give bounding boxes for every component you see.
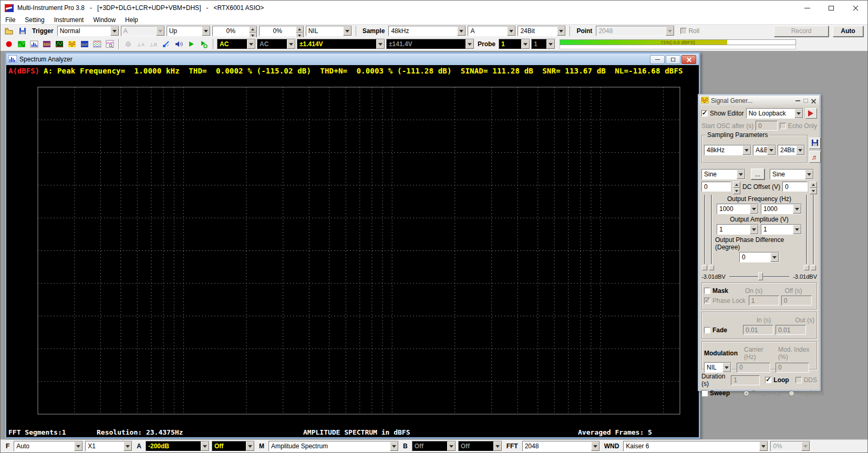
modulation-type-combo[interactable]: NIL xyxy=(704,362,731,373)
trigger-mode-combo[interactable]: Normal xyxy=(57,26,119,36)
view-mode-combo[interactable]: Amplitude Spectrum xyxy=(268,441,399,451)
probe-a-combo[interactable]: 1 xyxy=(499,39,530,49)
dropdown-arrow-icon[interactable] xyxy=(770,252,779,262)
dropdown-arrow-icon[interactable] xyxy=(737,170,745,179)
amplitude-a-combo[interactable]: 1 xyxy=(717,224,759,235)
child-restore-button[interactable] xyxy=(666,55,680,64)
spectrum-analyzer-button[interactable] xyxy=(28,38,40,50)
a-mode-combo[interactable]: Off xyxy=(212,441,255,451)
generator-run-button[interactable] xyxy=(805,108,817,119)
dropdown-arrow-icon[interactable] xyxy=(796,145,804,155)
dropdown-arrow-icon[interactable] xyxy=(742,145,751,155)
output-a-fine-slider[interactable] xyxy=(709,194,715,270)
record-button[interactable] xyxy=(3,38,15,50)
dropdown-arrow-icon[interactable] xyxy=(201,441,209,451)
dropdown-arrow-icon[interactable] xyxy=(759,441,768,451)
menu-item-help[interactable]: Help xyxy=(120,15,143,24)
spin-up-icon[interactable] xyxy=(733,182,740,188)
multimeter-button[interactable]: 888 xyxy=(40,38,53,50)
dropdown-arrow-icon[interactable] xyxy=(246,441,254,451)
trigger-edge-combo[interactable]: Up xyxy=(167,26,211,36)
dropdown-arrow-icon[interactable] xyxy=(376,39,385,49)
child-close-button[interactable] xyxy=(681,55,696,64)
oscilloscope-button[interactable] xyxy=(15,38,27,50)
dropdown-arrow-icon[interactable] xyxy=(247,39,255,49)
spectrum-window-titlebar[interactable]: Spectrum Analyzer xyxy=(6,54,699,65)
sample-rate-combo[interactable]: 48kHz xyxy=(388,26,466,36)
signal-generator-button[interactable] xyxy=(66,38,78,50)
window-function-combo[interactable]: Kaiser 6 xyxy=(623,441,768,451)
close-button[interactable] xyxy=(843,1,867,15)
wave-b-combo[interactable]: Sine xyxy=(770,169,814,180)
menu-item-file[interactable]: File xyxy=(1,15,20,24)
dc-offset-a-input[interactable]: 0 xyxy=(701,182,731,192)
phase-difference-combo[interactable]: 0 xyxy=(739,252,779,262)
sweep-checkbox[interactable] xyxy=(701,390,708,396)
dropdown-arrow-icon[interactable] xyxy=(591,441,600,451)
run-button[interactable] xyxy=(185,38,197,50)
sample-bits-combo[interactable]: 24Bit xyxy=(518,26,566,36)
dropdown-arrow-icon[interactable] xyxy=(110,26,119,36)
dropdown-arrow-icon[interactable] xyxy=(521,39,530,49)
dropdown-arrow-icon[interactable] xyxy=(557,26,565,36)
device-test-plan-button[interactable]: DUT xyxy=(78,38,90,50)
fade-checkbox[interactable] xyxy=(704,327,710,333)
wave-a-combo[interactable]: Sine xyxy=(701,169,746,180)
dropdown-arrow-icon[interactable] xyxy=(202,26,210,36)
output-a-level-slider[interactable] xyxy=(702,194,708,270)
range-a-combo[interactable]: ±1.414V xyxy=(297,39,385,49)
save-button[interactable] xyxy=(16,25,28,37)
auto-button[interactable]: Auto xyxy=(833,26,863,37)
output-b-level-slider[interactable] xyxy=(804,194,810,270)
dropdown-arrow-icon[interactable] xyxy=(794,109,803,118)
minimize-icon[interactable] xyxy=(795,100,800,101)
dropdown-arrow-icon[interactable] xyxy=(507,26,515,36)
dropdown-arrow-icon[interactable] xyxy=(750,225,758,234)
hpf-combo[interactable]: NIL xyxy=(306,26,352,36)
dc-offset-b-spinner[interactable] xyxy=(810,182,817,192)
sample-channel-combo[interactable]: A xyxy=(468,26,516,36)
freq-mult-combo[interactable]: X1 xyxy=(85,441,132,451)
show-editor-checkbox[interactable] xyxy=(701,110,708,117)
spin-up-icon[interactable] xyxy=(249,26,257,33)
dc-offset-b-input[interactable]: 0 xyxy=(782,182,808,192)
dropdown-arrow-icon[interactable] xyxy=(750,204,758,214)
frequency-a-combo[interactable]: 1000 xyxy=(717,204,759,214)
dropdown-arrow-icon[interactable] xyxy=(123,441,132,451)
dropdown-arrow-icon[interactable] xyxy=(343,26,352,36)
dropdown-arrow-icon[interactable] xyxy=(793,225,801,234)
dropdown-arrow-icon[interactable] xyxy=(793,204,801,214)
fft-size-combo[interactable]: 2048 xyxy=(522,441,600,451)
dropdown-arrow-icon[interactable] xyxy=(805,170,813,179)
trigger-delay-spinner[interactable]: 0% xyxy=(259,26,304,36)
trigger-level-spinner[interactable]: 0% xyxy=(212,26,257,36)
dc-offset-a-spinner[interactable] xyxy=(733,182,740,192)
spin-up-icon[interactable] xyxy=(810,182,817,188)
dropdown-arrow-icon[interactable] xyxy=(74,441,82,451)
gen-sample-rate-combo[interactable]: 48kHz xyxy=(704,145,751,155)
maximize-button[interactable] xyxy=(819,1,843,15)
spectrum-3d-plot-button[interactable] xyxy=(53,38,65,50)
loopback-combo[interactable]: No Loopback xyxy=(746,108,803,119)
mask-checkbox[interactable] xyxy=(704,288,710,294)
menu-item-window[interactable]: Window xyxy=(88,15,120,24)
derived-data-point-button[interactable] xyxy=(91,38,103,50)
output-b-fine-slider[interactable] xyxy=(811,194,817,270)
child-minimize-button[interactable] xyxy=(650,55,665,64)
minimize-button[interactable] xyxy=(795,1,819,15)
ddp-viewer-button[interactable]: DDP xyxy=(104,38,116,50)
save-signal-button[interactable] xyxy=(809,138,821,149)
signal-generator-titlebar[interactable]: Signal Gener... xyxy=(699,96,819,106)
dropdown-arrow-icon[interactable] xyxy=(722,363,731,372)
amplitude-b-combo[interactable]: 1 xyxy=(761,224,802,235)
slider-handle[interactable] xyxy=(709,265,714,270)
run-loop-button[interactable] xyxy=(198,38,210,50)
slider-handle[interactable] xyxy=(811,265,816,270)
wave-options-button[interactable]: ... xyxy=(751,168,764,180)
slider-handle[interactable] xyxy=(702,265,707,270)
dropdown-arrow-icon[interactable] xyxy=(390,441,398,451)
spectrum-chart[interactable] xyxy=(6,77,699,428)
slider-handle[interactable] xyxy=(804,265,809,270)
balance-slider[interactable] xyxy=(729,272,789,280)
loop-checkbox[interactable] xyxy=(765,377,771,383)
